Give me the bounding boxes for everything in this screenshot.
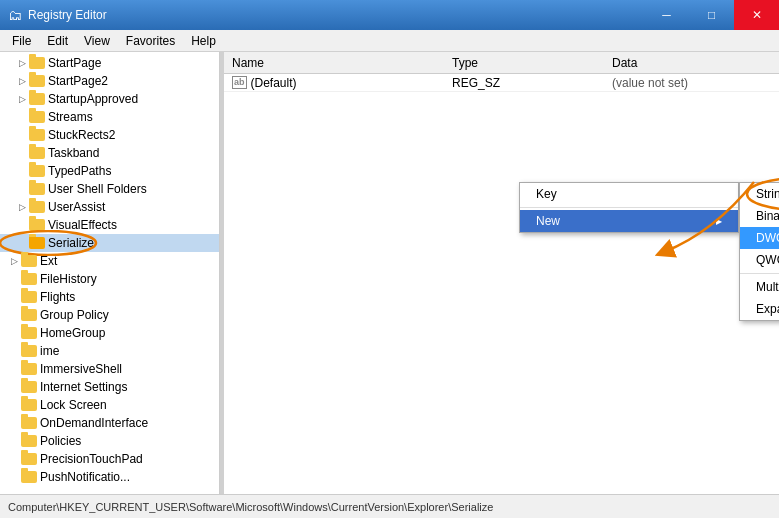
expand-icon: [16, 165, 28, 177]
tree-item-homegroup[interactable]: HomeGroup: [0, 324, 219, 342]
tree-item-ime[interactable]: ime: [0, 342, 219, 360]
titlebar: 🗂 Registry Editor ─ □ ✕: [0, 0, 779, 30]
statusbar: Computer\HKEY_CURRENT_USER\Software\Micr…: [0, 494, 779, 518]
folder-icon: [21, 273, 37, 285]
tree-label: StartPage2: [48, 74, 108, 88]
titlebar-controls: ─ □ ✕: [644, 0, 779, 30]
ab-icon: ab: [232, 76, 247, 89]
tree-item-ext[interactable]: ▷ Ext: [0, 252, 219, 270]
folder-icon: [21, 327, 37, 339]
folder-icon: [21, 453, 37, 465]
tree-item-startupapproved[interactable]: ▷ StartupApproved: [0, 90, 219, 108]
folder-icon: [21, 399, 37, 411]
folder-icon: [21, 435, 37, 447]
expand-icon: [16, 111, 28, 123]
expand-icon: [8, 309, 20, 321]
tree-panel: ▷ StartPage ▷ StartPage2 ▷ StartupApprov…: [0, 52, 220, 494]
window-title: Registry Editor: [28, 8, 107, 22]
tree-label: Flights: [40, 290, 75, 304]
tree-item-ondemand[interactable]: OnDemandInterface: [0, 414, 219, 432]
menubar: File Edit View Favorites Help: [0, 30, 779, 52]
cell-type: REG_SZ: [444, 76, 604, 90]
expand-icon: [8, 291, 20, 303]
tree-item-stuckrects2[interactable]: StuckRects2: [0, 126, 219, 144]
col-header-type: Type: [444, 56, 604, 70]
app-icon: 🗂: [8, 7, 22, 23]
tree-item-streams[interactable]: Streams: [0, 108, 219, 126]
expand-icon: [8, 435, 20, 447]
expand-icon: [16, 219, 28, 231]
statusbar-text: Computer\HKEY_CURRENT_USER\Software\Micr…: [8, 501, 493, 513]
tree-item-taskband[interactable]: Taskband: [0, 144, 219, 162]
tree-label: TypedPaths: [48, 164, 111, 178]
tree-item-internet-settings[interactable]: Internet Settings: [0, 378, 219, 396]
tree-item-filehistory[interactable]: FileHistory: [0, 270, 219, 288]
expand-icon: ▷: [16, 201, 28, 213]
tree-label: Serialize: [48, 236, 94, 250]
main-container: ▷ StartPage ▷ StartPage2 ▷ StartupApprov…: [0, 52, 779, 494]
tree-item-immersive[interactable]: ImmersiveShell: [0, 360, 219, 378]
folder-icon: [21, 363, 37, 375]
tree-item-precisiontouch[interactable]: PrecisionTouchPad: [0, 450, 219, 468]
expand-icon: [16, 183, 28, 195]
expand-icon: [8, 399, 20, 411]
table-header: Name Type Data: [224, 52, 779, 74]
close-button[interactable]: ✕: [734, 0, 779, 30]
col-header-data: Data: [604, 56, 779, 70]
expand-icon: [16, 129, 28, 141]
tree-item-user-shell[interactable]: User Shell Folders: [0, 180, 219, 198]
tree-item-pushnotif[interactable]: PushNotificatio...: [0, 468, 219, 486]
menu-favorites[interactable]: Favorites: [118, 32, 183, 50]
maximize-button[interactable]: □: [689, 0, 734, 30]
menu-edit[interactable]: Edit: [39, 32, 76, 50]
expand-icon: [8, 273, 20, 285]
tree-item-startpage2[interactable]: ▷ StartPage2: [0, 72, 219, 90]
menu-file[interactable]: File: [4, 32, 39, 50]
folder-icon: [21, 471, 37, 483]
tree-label: User Shell Folders: [48, 182, 147, 196]
tree-label: Lock Screen: [40, 398, 107, 412]
tree-item-visualeffects[interactable]: VisualEffects: [0, 216, 219, 234]
tree-label: StartupApproved: [48, 92, 138, 106]
row-name-label: (Default): [251, 76, 297, 90]
tree-item-policies[interactable]: Policies: [0, 432, 219, 450]
folder-icon: [29, 165, 45, 177]
tree-item-startpage[interactable]: ▷ StartPage: [0, 54, 219, 72]
menu-view[interactable]: View: [76, 32, 118, 50]
tree-item-flights[interactable]: Flights: [0, 288, 219, 306]
tree-item-group-policy[interactable]: Group Policy: [0, 306, 219, 324]
table-row[interactable]: ab (Default) REG_SZ (value not set): [224, 74, 779, 92]
expand-icon: ▷: [16, 57, 28, 69]
tree-label: StuckRects2: [48, 128, 115, 142]
tree-item-typedpaths[interactable]: TypedPaths: [0, 162, 219, 180]
tree-label: Policies: [40, 434, 81, 448]
expand-icon: [8, 453, 20, 465]
minimize-button[interactable]: ─: [644, 0, 689, 30]
expand-icon: [16, 237, 28, 249]
expand-icon: ▷: [16, 93, 28, 105]
expand-icon: [8, 345, 20, 357]
tree-label: ime: [40, 344, 59, 358]
expand-icon: [8, 417, 20, 429]
tree-item-lock-screen[interactable]: Lock Screen: [0, 396, 219, 414]
folder-icon: [29, 57, 45, 69]
col-header-name: Name: [224, 56, 444, 70]
tree-label: UserAssist: [48, 200, 105, 214]
tree-label: HomeGroup: [40, 326, 105, 340]
tree-item-userassist[interactable]: ▷ UserAssist: [0, 198, 219, 216]
tree-label: ImmersiveShell: [40, 362, 122, 376]
expand-icon: [8, 471, 20, 483]
folder-icon: [29, 237, 45, 249]
tree-label: PrecisionTouchPad: [40, 452, 143, 466]
folder-icon: [29, 147, 45, 159]
tree-item-serialize[interactable]: Serialize: [0, 234, 219, 252]
expand-icon: [8, 327, 20, 339]
folder-icon: [21, 255, 37, 267]
tree-label: PushNotificatio...: [40, 470, 130, 484]
tree-label: VisualEffects: [48, 218, 117, 232]
expand-icon: [8, 363, 20, 375]
right-panel: Name Type Data ab (Default) REG_SZ (valu…: [224, 52, 779, 494]
cell-data: (value not set): [604, 76, 779, 90]
tree-label: Internet Settings: [40, 380, 127, 394]
menu-help[interactable]: Help: [183, 32, 224, 50]
